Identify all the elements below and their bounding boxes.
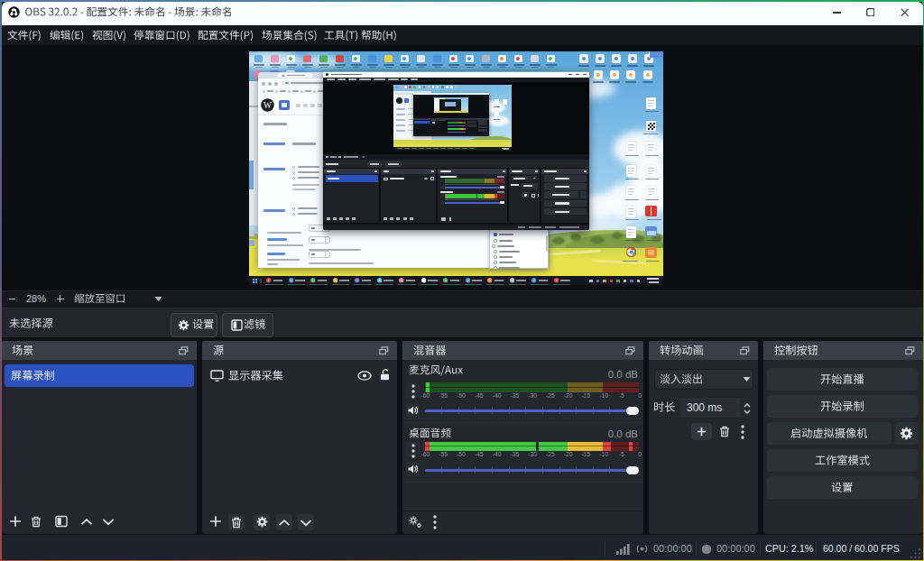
svg-text:W: W: [263, 101, 272, 110]
